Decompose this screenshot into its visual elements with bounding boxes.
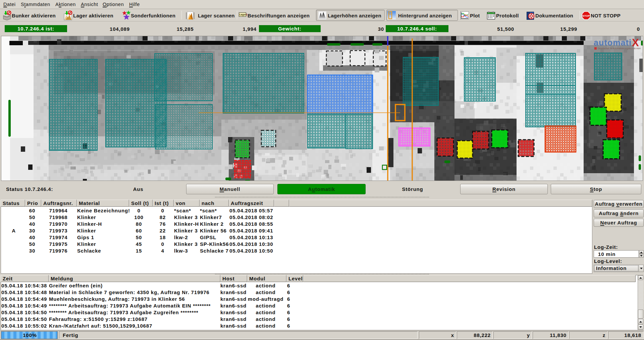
svg-text:Gesellschaft für Automatisieru: Gesellschaft für Automatisierungstechnik… [598,47,641,50]
svg-text:Lager3: Lager3 [239,13,247,16]
svg-text:STOP: STOP [583,14,590,17]
svg-text:X: X [632,37,639,49]
svg-text:automati: automati [594,38,631,47]
